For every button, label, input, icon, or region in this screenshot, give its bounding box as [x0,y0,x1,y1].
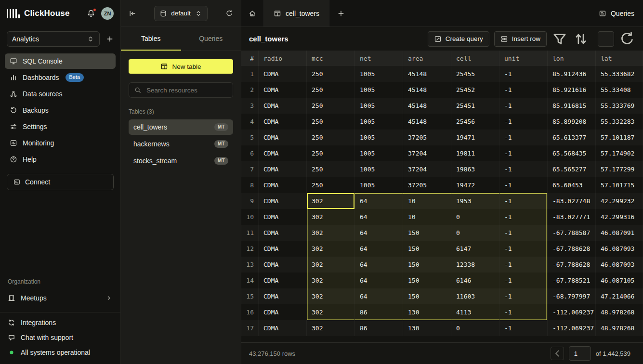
row-number-cell[interactable]: 3 [241,98,259,114]
sidebar-item-dashboards[interactable]: DashboardsBeta [5,70,116,85]
user-avatar[interactable]: ZN [101,7,114,20]
cell-cell[interactable]: 6147 [451,241,499,257]
cell-cell[interactable]: 0 [451,320,499,336]
cell-net[interactable]: 86 [355,320,403,336]
cell-mcc[interactable]: 250 [307,114,355,130]
cell-lon[interactable]: -68.797997 [548,288,596,304]
cell-lat[interactable]: 57.101187 [596,130,643,145]
cell-area[interactable]: 150 [403,241,451,257]
cell-lat[interactable]: 46.087091 [596,225,643,241]
cell-area[interactable]: 130 [403,304,451,320]
cell-area[interactable]: 45148 [403,98,451,114]
cell-area[interactable]: 130 [403,320,451,336]
column-header-lon[interactable]: lon [548,51,596,66]
tab-cell-towers[interactable]: cell_towers [264,0,329,26]
cell-net[interactable]: 1005 [355,177,403,193]
sidebar-footer-item-integrations[interactable]: Integrations [8,319,113,326]
cell-lat[interactable]: 46.087093 [596,241,643,257]
sidebar-footer-item-chat-with-support[interactable]: Chat with support [8,334,113,341]
cell-lat[interactable]: 42.299316 [596,209,643,225]
column-header-area[interactable]: area [403,51,451,66]
cell-cell[interactable]: 0 [451,209,499,225]
sidebar-item-backups[interactable]: Backups [5,103,116,118]
row-number-cell[interactable]: 8 [241,177,259,193]
cell-unit[interactable]: -1 [499,304,548,320]
row-number-cell[interactable]: 1 [241,66,259,82]
row-number-cell[interactable]: 5 [241,130,259,145]
cell-lon[interactable]: 85.921616 [548,82,596,98]
cell-radio[interactable]: CDMA [259,225,307,241]
cell-mcc[interactable]: 302 [307,288,355,304]
cell-lon[interactable]: -67.788628 [548,241,596,257]
cell-unit[interactable]: -1 [499,225,548,241]
cell-lat[interactable]: 47.214066 [596,288,643,304]
cell-unit[interactable]: -1 [499,177,548,193]
cell-net[interactable]: 64 [355,241,403,257]
cell-unit[interactable]: -1 [499,66,548,82]
cell-net[interactable]: 1005 [355,145,403,161]
cell-mcc[interactable]: 250 [307,161,355,177]
cell-lat[interactable]: 57.177299 [596,161,643,177]
column-header-mcc[interactable]: mcc [307,51,355,66]
cell-mcc[interactable]: 302 [307,225,355,241]
row-number-cell[interactable]: 7 [241,161,259,177]
explorer-tab-queries[interactable]: Queries [181,27,241,50]
cell-radio[interactable]: CDMA [259,130,307,145]
cell-lon[interactable]: -83.027771 [548,209,596,225]
cell-net[interactable]: 1005 [355,98,403,114]
cell-lat[interactable]: 55.333682 [596,66,643,82]
cell-area[interactable]: 150 [403,288,451,304]
cell-net[interactable]: 1005 [355,82,403,98]
cell-radio[interactable]: CDMA [259,177,307,193]
cell-radio[interactable]: CDMA [259,209,307,225]
notifications-bell-icon[interactable] [87,9,95,18]
column-header-radio[interactable]: radio [259,51,307,66]
table-list-item-cell-towers[interactable]: cell_towersMT [129,119,233,135]
cell-radio[interactable]: CDMA [259,98,307,114]
search-input[interactable] [145,86,228,94]
cell-lat[interactable]: 46.087093 [596,257,643,273]
cell-radio[interactable]: CDMA [259,193,307,209]
cell-lon[interactable]: -67.788628 [548,257,596,273]
sidebar-item-sql-console[interactable]: SQL Console [5,53,116,69]
row-number-cell[interactable]: 17 [241,320,259,336]
cell-lat[interactable]: 55.33408 [596,82,643,98]
cell-lat[interactable]: 48.978268 [596,320,643,336]
row-number-cell[interactable]: 11 [241,225,259,241]
row-number-cell[interactable]: 10 [241,209,259,225]
cell-radio[interactable]: CDMA [259,241,307,257]
row-number-cell[interactable]: 6 [241,145,259,161]
cell-mcc[interactable]: 302 [307,257,355,273]
sidebar-item-data-sources[interactable]: Data sources [5,86,116,102]
cell-radio[interactable]: CDMA [259,161,307,177]
cell-mcc[interactable]: 250 [307,177,355,193]
cell-lon[interactable]: -83.027748 [548,193,596,209]
refresh-tables-button[interactable] [225,10,233,17]
cell-net[interactable]: 1005 [355,66,403,82]
cell-unit[interactable]: -1 [499,241,548,257]
cell-unit[interactable]: -1 [499,82,548,98]
cell-area[interactable]: 37205 [403,130,451,145]
cell-lon[interactable]: 65.565277 [548,161,596,177]
clickhouse-logo[interactable]: ClickHouse [7,9,70,18]
explorer-tab-tables[interactable]: Tables [121,27,181,50]
cell-mcc[interactable]: 302 [307,320,355,336]
download-button[interactable] [598,31,614,47]
cell-area[interactable]: 45148 [403,82,451,98]
cell-cell[interactable]: 19472 [451,177,499,193]
cell-lon[interactable]: 85.912436 [548,66,596,82]
cell-area[interactable]: 37205 [403,177,451,193]
filter-button[interactable] [551,31,568,47]
cell-net[interactable]: 86 [355,304,403,320]
cell-area[interactable]: 150 [403,273,451,288]
cell-lon[interactable]: -67.788587 [548,225,596,241]
cell-lon[interactable]: 85.899208 [548,114,596,130]
sidebar-item-monitoring[interactable]: Monitoring [5,135,116,151]
cell-cell[interactable]: 0 [451,225,499,241]
database-selector[interactable]: default [154,6,208,21]
new-table-button[interactable]: New table [129,59,233,74]
cell-lat[interactable]: 55.333769 [596,98,643,114]
sort-button[interactable] [573,31,589,47]
cell-radio[interactable]: CDMA [259,273,307,288]
cell-unit[interactable]: -1 [499,114,548,130]
